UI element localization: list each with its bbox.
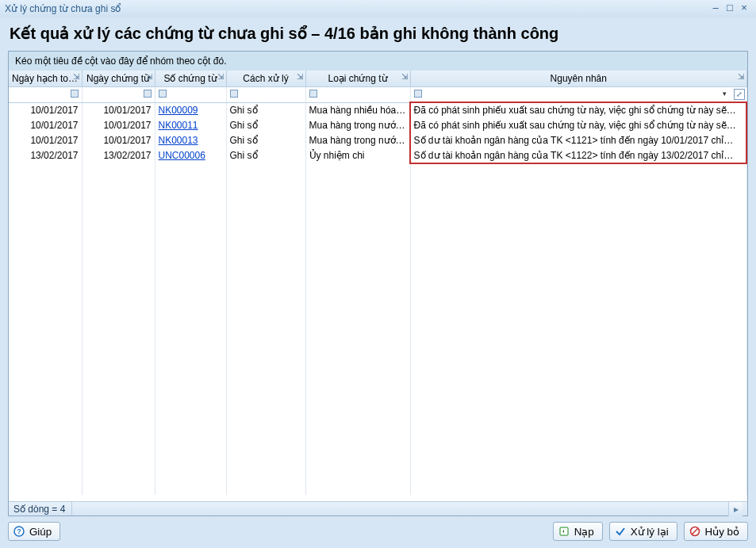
cell-cachxuly: Ghi sổ (226, 133, 305, 148)
footer-bar: ? Giúp Nạp Xử lý lại Hủy bỏ (0, 519, 756, 548)
cell-cachxuly: Ghi sổ (226, 148, 305, 163)
table-blank-row (9, 344, 747, 359)
cell-ngayhachtoan: 13/02/2017 (9, 148, 82, 163)
header-row: Ngày hạch toán ⇲ Ngày chứng từ ⇲ Số chứn… (9, 71, 747, 86)
horizontal-scrollbar[interactable]: ▸ (72, 502, 743, 515)
filter-icon (159, 90, 167, 98)
cancel-icon (689, 526, 700, 537)
table-row[interactable]: 10/01/201710/01/2017NK00009Ghi sổMua hàn… (9, 102, 747, 118)
filter-cell-loaichungtu[interactable] (305, 86, 410, 102)
cell-sochungtu-link[interactable]: NK00009 (155, 102, 226, 118)
window-title: Xử lý chứng từ chưa ghi sổ (5, 3, 708, 14)
filter-cell-sochungtu[interactable] (155, 86, 226, 102)
pin-icon[interactable]: ⇲ (401, 73, 409, 81)
expand-icon[interactable]: ⤢ (734, 89, 745, 100)
cell-ngaychungtu: 13/02/2017 (82, 148, 155, 163)
reprocess-button[interactable]: Xử lý lại (609, 522, 677, 541)
table-blank-row (9, 450, 747, 465)
col-header-sochungtu[interactable]: Số chứng từ ⇲ (155, 71, 226, 86)
table-row[interactable]: 10/01/201710/01/2017NK00011Ghi sổMua hàn… (9, 118, 747, 133)
group-by-panel[interactable]: Kéo một tiêu đề cột vào đây để nhóm theo… (9, 52, 747, 71)
filter-cell-nguyennhan[interactable]: ▾ ⤢ (410, 86, 747, 102)
cell-loaichungtu: Ủy nhiệm chi (305, 148, 410, 163)
chevron-down-icon[interactable]: ▾ (723, 90, 732, 99)
cell-ngaychungtu: 10/01/2017 (82, 133, 155, 148)
cell-nguyennhan: Số dư tài khoản ngân hàng của TK <1121> … (410, 133, 747, 148)
table-blank-row (9, 269, 747, 284)
page-title: Kết quả xử lý các chứng từ chưa ghi sổ –… (0, 17, 756, 46)
cancel-button[interactable]: Hủy bỏ (684, 522, 748, 541)
cell-ngayhachtoan: 10/01/2017 (9, 118, 82, 133)
table-blank-row (9, 163, 747, 178)
cell-cachxuly: Ghi sổ (226, 118, 305, 133)
header-label: Ngày hạch toán (12, 73, 79, 84)
maximize-button[interactable]: □ (723, 2, 737, 15)
data-grid: Ngày hạch toán ⇲ Ngày chứng từ ⇲ Số chứn… (9, 71, 747, 495)
pin-icon[interactable]: ⇲ (72, 73, 80, 81)
table-blank-row (9, 480, 747, 495)
help-button[interactable]: ? Giúp (8, 522, 60, 541)
filter-icon (414, 90, 422, 98)
cell-loaichungtu: Mua hàng nhiều hóa đơ… (305, 102, 410, 118)
header-label: Nguyên nhân (551, 73, 607, 84)
filter-cell-ngaychungtu[interactable] (82, 86, 155, 102)
filter-icon (71, 90, 79, 98)
help-icon: ? (13, 526, 25, 537)
table-blank-row (9, 314, 747, 329)
pin-icon[interactable]: ⇲ (296, 73, 304, 81)
button-label: Xử lý lại (631, 526, 669, 538)
col-header-cachxuly[interactable]: Cách xử lý ⇲ (226, 71, 305, 86)
table-blank-row (9, 209, 747, 224)
scroll-right-icon[interactable]: ▸ (728, 502, 743, 516)
refresh-icon (558, 526, 570, 537)
header-label: Số chứng từ (163, 73, 217, 84)
header-label: Cách xử lý (243, 73, 288, 84)
table-blank-row (9, 389, 747, 404)
header-label: Loại chứng từ (328, 73, 387, 84)
button-label: Nạp (574, 526, 594, 538)
filter-icon (309, 90, 317, 98)
col-header-ngayhachtoan[interactable]: Ngày hạch toán ⇲ (9, 71, 82, 86)
filter-icon (230, 90, 238, 98)
filter-cell-ngayhachtoan[interactable] (9, 86, 82, 102)
cell-cachxuly: Ghi sổ (226, 102, 305, 118)
filter-icon (144, 90, 152, 98)
table-blank-row (9, 224, 747, 239)
cell-nguyennhan: Đã có phát sinh phiếu xuất sau chứng từ … (410, 102, 747, 118)
cell-sochungtu-link[interactable]: UNC00006 (155, 148, 226, 163)
grid-container: Kéo một tiêu đề cột vào đây để nhóm theo… (8, 51, 748, 516)
col-header-loaichungtu[interactable]: Loại chứng từ ⇲ (305, 71, 410, 86)
col-header-nguyennhan[interactable]: Nguyên nhân ⇲ (410, 71, 747, 86)
table-blank-row (9, 404, 747, 420)
filter-cell-cachxuly[interactable] (226, 86, 305, 102)
pin-icon[interactable]: ⇲ (737, 73, 745, 81)
table-blank-row (9, 254, 747, 269)
table-row[interactable]: 13/02/201713/02/2017UNC00006Ghi sổỦy nhi… (9, 148, 747, 163)
cell-nguyennhan: Số dư tài khoản ngân hàng của TK <1122> … (410, 148, 747, 163)
load-button[interactable]: Nạp (553, 522, 603, 541)
cell-sochungtu-link[interactable]: NK00011 (155, 118, 226, 133)
cell-ngaychungtu: 10/01/2017 (82, 118, 155, 133)
grid-status-bar: Số dòng = 4 ▸ (9, 501, 747, 515)
cell-loaichungtu: Mua hàng trong nước n… (305, 118, 410, 133)
cell-sochungtu-link[interactable]: NK00013 (155, 133, 226, 148)
header-label: Ngày chứng từ (86, 73, 150, 84)
table-blank-row (9, 329, 747, 344)
col-header-ngaychungtu[interactable]: Ngày chứng từ ⇲ (82, 71, 155, 86)
pin-icon[interactable]: ⇲ (217, 73, 224, 81)
minimize-button[interactable]: – (708, 2, 723, 15)
filter-row: ▾ ⤢ (9, 86, 747, 102)
cell-ngayhachtoan: 10/01/2017 (9, 102, 82, 118)
cell-loaichungtu: Mua hàng trong nước n… (305, 133, 410, 148)
close-button[interactable]: × (737, 2, 751, 15)
cell-nguyennhan: Đã có phát sinh phiếu xuất sau chứng từ … (410, 118, 747, 133)
table-blank-row (9, 299, 747, 314)
table-area: Ngày hạch toán ⇲ Ngày chứng từ ⇲ Số chứn… (9, 71, 747, 501)
table-blank-row (9, 359, 747, 374)
cell-ngaychungtu: 10/01/2017 (82, 102, 155, 118)
table-blank-row (9, 435, 747, 450)
check-icon (615, 526, 626, 537)
pin-icon[interactable]: ⇲ (145, 73, 153, 81)
table-row[interactable]: 10/01/201710/01/2017NK00013Ghi sổMua hàn… (9, 133, 747, 148)
window-titlebar: Xử lý chứng từ chưa ghi sổ – □ × (0, 0, 756, 17)
